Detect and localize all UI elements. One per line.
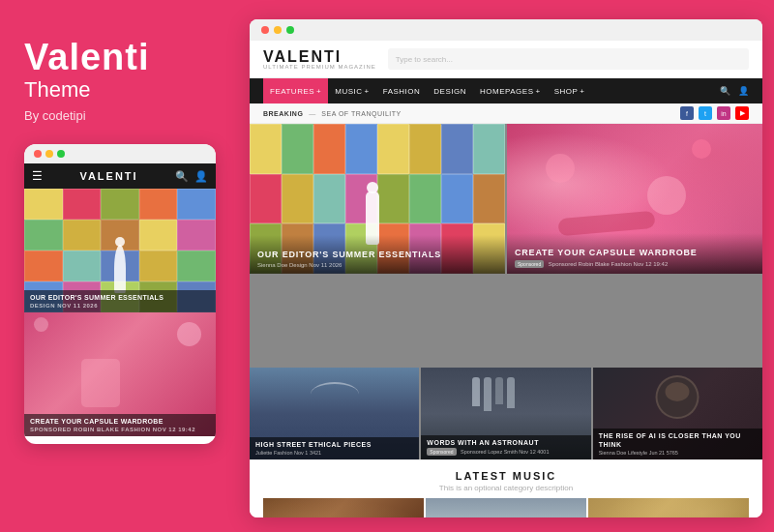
article-astronaut-title: WORDS WITH AN ASTRONAUT — [427, 439, 584, 447]
nav-item-features[interactable]: FEATURES + — [263, 78, 328, 103]
facebook-icon[interactable]: f — [680, 106, 694, 120]
mobile-preview: ☰ VALENTI 🔍 👤 OUR EDITOR'S S — [24, 144, 216, 444]
nav-item-music[interactable]: MUSIC + — [328, 78, 375, 103]
mobile-caption-1: OUR EDITOR'S SUMMER ESSENTIALS Design No… — [24, 290, 216, 312]
mobile-nav: ☰ VALENTI 🔍 👤 — [24, 163, 216, 189]
person-head-desktop — [367, 182, 378, 193]
dot-red — [34, 150, 42, 158]
mobile-article-meta-1: Design Nov 11 2026 — [30, 303, 210, 309]
mobile-content: OUR EDITOR'S SUMMER ESSENTIALS Design No… — [24, 189, 216, 440]
article-ai-caption: THE RISE OF AI IS CLOSER THAN YOU THINK … — [593, 429, 762, 459]
mobile-nav-icons: 🔍 👤 — [175, 170, 208, 183]
twitter-icon[interactable]: t — [699, 106, 712, 120]
youtube-icon[interactable]: ▶ — [735, 106, 749, 120]
dot-yellow — [45, 150, 53, 158]
mobile-article-2: CREATE YOUR CAPSULE WARDROBE Sponsored R… — [24, 312, 216, 436]
article-capsule-caption: CREATE YOUR CAPSULE WARDROBE Sponsored S… — [507, 233, 762, 274]
mobile-article-title-1: OUR EDITOR'S SUMMER ESSENTIALS — [30, 294, 210, 301]
music-bg-2 — [426, 498, 586, 517]
person-figure — [114, 245, 126, 293]
article-ai-title: THE RISE OF AI IS CLOSER THAN YOU THINK — [599, 432, 757, 449]
desktop-logo-container: VALENTI ULTIMATE PREMIUM MAGAZINE — [263, 48, 376, 70]
mobile-logo: VALENTI — [79, 170, 137, 182]
figures-group — [472, 377, 515, 411]
music-bg-1 — [263, 498, 424, 517]
article-capsule-title: CREATE YOUR CAPSULE WARDROBE — [515, 248, 755, 258]
desktop-dot-red — [261, 26, 269, 34]
instagram-icon[interactable]: in — [717, 106, 730, 120]
decorative-circle-2 — [34, 317, 48, 332]
article-ethical-caption: HIGH STREET ETHICAL PIECES Juliette Fash… — [250, 437, 419, 459]
music-bg-3 — [588, 498, 749, 517]
flower-3 — [647, 176, 686, 215]
nav-right-icons: 🔍 👤 — [720, 86, 749, 96]
breaking-bar: BREAKING — SEA OF TRANQUILITY f t in ▶ — [250, 103, 762, 124]
desktop-preview: VALENTI ULTIMATE PREMIUM MAGAZINE Type t… — [250, 19, 762, 517]
latest-music-section: LATEST MUSIC This is an optional categor… — [250, 459, 762, 517]
article-astronaut-meta: Sponsored Sponsored Lopez Smith Nov 12 4… — [427, 448, 584, 456]
article-summer-meta: Sienna Doe Design Nov 11 2026 — [257, 262, 497, 268]
article-ethical-title: HIGH STREET ETHICAL PIECES — [255, 441, 413, 449]
user-icon: 👤 — [194, 170, 208, 183]
bottom-article-row: HIGH STREET ETHICAL PIECES Juliette Fash… — [250, 368, 762, 459]
breaking-social: f t in ▶ — [680, 106, 749, 120]
nav-item-homepages[interactable]: HOMEPAGES + — [473, 78, 548, 103]
music-item-1[interactable] — [263, 498, 424, 517]
hamburger-icon: ☰ — [32, 169, 43, 183]
music-item-2[interactable] — [426, 498, 586, 517]
desktop-logo-sub: ULTIMATE PREMIUM MAGAZINE — [263, 64, 376, 70]
brand-title: Valenti — [24, 39, 216, 75]
brand-by: By codetipi — [24, 108, 216, 123]
article-astronaut-caption: WORDS WITH AN ASTRONAUT Sponsored Sponso… — [421, 435, 590, 459]
article-capsule[interactable]: CREATE YOUR CAPSULE WARDROBE Sponsored S… — [507, 124, 762, 274]
nav-item-shop[interactable]: SHOP + — [548, 78, 592, 103]
sponsored-badge-astronaut: Sponsored — [427, 448, 456, 456]
article-capsule-meta: Sponsored Sponsored Robin Blake Fashion … — [515, 260, 755, 268]
music-glow-1 — [263, 498, 424, 517]
wave-shape — [311, 382, 359, 406]
decorative-circle — [177, 322, 201, 346]
music-item-3[interactable] — [588, 498, 749, 517]
dot-green — [57, 150, 65, 158]
flower-2 — [692, 139, 711, 159]
brand-subtitle: Theme — [24, 77, 216, 103]
main-article-grid: OUR EDITOR'S SUMMER ESSENTIALS Sienna Do… — [250, 124, 762, 368]
sponsored-badge-capsule: Sponsored — [515, 260, 544, 268]
article-ethical-meta: Juliette Fashion Nov 1 3421 — [255, 450, 413, 456]
desktop-header: VALENTI ULTIMATE PREMIUM MAGAZINE Type t… — [250, 41, 762, 78]
latest-music-title: LATEST MUSIC — [263, 470, 749, 482]
left-panel: Valenti Theme By codetipi ☰ VALENTI 🔍 👤 — [0, 0, 240, 532]
breaking-label: BREAKING — [263, 110, 303, 117]
article-summer[interactable]: OUR EDITOR'S SUMMER ESSENTIALS Sienna Do… — [250, 124, 505, 274]
desktop-nav: FEATURES + MUSIC + FASHION DESIGN HOMEPA… — [250, 78, 762, 103]
desktop-dot-yellow — [274, 26, 282, 34]
figure-shape — [81, 359, 120, 407]
music-grid — [263, 498, 749, 517]
desktop-titlebar — [250, 19, 762, 41]
flower-1 — [546, 154, 575, 183]
search-placeholder-text: Type to search... — [396, 55, 453, 64]
article-summer-title: OUR EDITOR'S SUMMER ESSENTIALS — [257, 250, 497, 260]
article-ai[interactable]: THE RISE OF AI IS CLOSER THAN YOU THINK … — [593, 368, 762, 459]
article-ethical[interactable]: HIGH STREET ETHICAL PIECES Juliette Fash… — [250, 368, 419, 459]
latest-music-desc: This is an optional category description — [263, 484, 749, 492]
nav-user-icon[interactable]: 👤 — [738, 86, 749, 96]
breaking-dash: — — [309, 110, 315, 117]
breaking-text: SEA OF TRANQUILITY — [321, 110, 401, 117]
nav-item-fashion[interactable]: FASHION — [376, 78, 428, 103]
desktop-search-bar[interactable]: Type to search... — [388, 48, 749, 70]
mobile-article-1: OUR EDITOR'S SUMMER ESSENTIALS Design No… — [24, 189, 216, 312]
search-icon: 🔍 — [175, 170, 189, 183]
nav-item-design[interactable]: DESIGN — [427, 78, 473, 103]
article-summer-caption: OUR EDITOR'S SUMMER ESSENTIALS Sienna Do… — [250, 235, 505, 274]
mobile-article-meta-2: Sponsored Robin Blake Fashion Nov 12 19:… — [30, 427, 210, 432]
mobile-titlebar — [24, 144, 216, 163]
desktop-dot-green — [286, 26, 294, 34]
mobile-caption-2: CREATE YOUR CAPSULE WARDROBE Sponsored R… — [24, 414, 216, 436]
mobile-article-title-2: CREATE YOUR CAPSULE WARDROBE — [30, 418, 210, 425]
article-ai-meta: Sienna Doe Lifestyle Jun 21 5765 — [599, 450, 757, 456]
nav-search-icon[interactable]: 🔍 — [720, 86, 730, 96]
article-astronaut[interactable]: WORDS WITH AN ASTRONAUT Sponsored Sponso… — [421, 368, 590, 459]
food-shape — [666, 382, 690, 401]
music-glow-3 — [588, 498, 749, 517]
